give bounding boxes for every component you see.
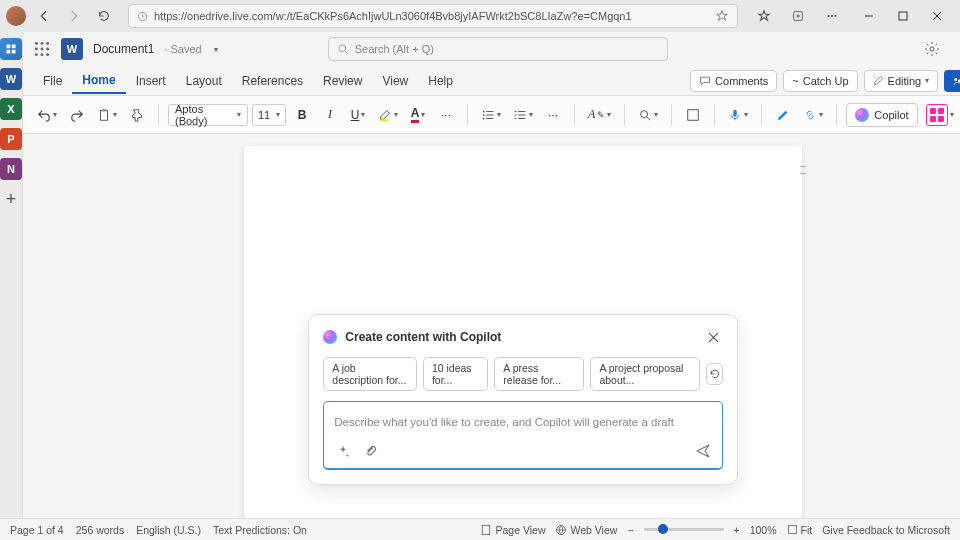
share-button[interactable]: Share▾ [944,70,960,92]
tab-insert[interactable]: Insert [126,69,176,93]
profile-avatar[interactable] [6,6,26,26]
app-header: W Document1 · Saved ▾ Search (Alt + Q) [23,32,960,66]
link-button[interactable]: ▾ [799,103,827,127]
svg-point-18 [46,53,49,56]
status-predictions[interactable]: Text Predictions: On [213,524,307,536]
designer-button[interactable] [681,103,705,127]
find-button[interactable]: ▾ [634,103,662,127]
address-bar[interactable] [128,4,738,28]
zoom-in-button[interactable]: + [734,524,740,536]
app-launcher-icon[interactable] [33,40,51,58]
document-canvas[interactable]: Create content with Copilot A job descri… [23,134,960,518]
svg-point-17 [41,53,44,56]
copilot-close-button[interactable] [703,327,723,347]
siderail-home[interactable] [0,38,22,60]
dictate-button[interactable]: ▾ [724,103,752,127]
underline-button[interactable]: U▾ [346,103,370,127]
page-view-button[interactable]: Page View [480,524,545,536]
italic-button[interactable]: I [318,103,342,127]
copilot-suggestion-2[interactable]: A press release for... [494,357,584,391]
tab-references[interactable]: References [232,69,313,93]
tab-layout[interactable]: Layout [176,69,232,93]
document-name[interactable]: Document1 [93,42,154,56]
search-icon [337,43,349,55]
format-painter-button[interactable] [125,103,149,127]
bullets-button[interactable]: ▾ [477,103,505,127]
copilot-refresh-button[interactable] [706,363,723,385]
tab-review[interactable]: Review [313,69,372,93]
copilot-suggestion-0[interactable]: A job description for... [323,357,417,391]
font-color-button[interactable]: A▾ [406,103,430,127]
view-switch-button[interactable]: ▾ [922,103,958,127]
search-box[interactable]: Search (Alt + Q) [328,37,668,61]
copilot-prompt-input[interactable] [334,416,712,428]
close-button[interactable] [920,0,954,32]
paste-button[interactable]: ▾ [93,103,121,127]
copilot-send-button[interactable] [694,442,712,460]
catchup-button[interactable]: ~Catch Up [783,70,857,92]
zoom-out-button[interactable]: − [627,524,633,536]
maximize-button[interactable] [886,0,920,32]
copilot-suggestion-3[interactable]: A project proposal about... [590,357,700,391]
font-size-select[interactable]: 11▾ [252,104,286,126]
svg-rect-35 [483,525,491,534]
svg-point-14 [41,48,44,51]
tab-home[interactable]: Home [72,68,125,94]
svg-rect-28 [380,119,389,121]
bold-button[interactable]: B [290,103,314,127]
status-page[interactable]: Page 1 of 4 [10,524,64,536]
svg-point-32 [641,110,648,117]
font-more-button[interactable]: ··· [434,103,458,127]
status-words[interactable]: 256 words [76,524,124,536]
svg-point-16 [35,53,38,56]
zoom-level[interactable]: 100% [750,524,777,536]
svg-point-15 [46,48,49,51]
lock-icon [137,11,148,22]
tab-help[interactable]: Help [418,69,463,93]
save-status-dropdown[interactable]: ▾ [214,45,218,54]
refresh-button[interactable] [92,4,116,28]
settings-icon[interactable] [918,35,946,63]
styles-button[interactable]: A✎▾ [584,103,615,127]
numbering-button[interactable]: ▾ [509,103,537,127]
minimize-button[interactable] [852,0,886,32]
comments-button[interactable]: Comments [690,70,777,92]
editor-button[interactable] [771,103,795,127]
copilot-inspire-icon[interactable] [334,442,352,460]
margin-marker [800,166,806,174]
read-aloud-icon[interactable] [715,9,729,23]
tab-file[interactable]: File [33,69,72,93]
favorites-icon[interactable] [750,2,778,30]
siderail-add[interactable]: + [0,188,22,210]
paragraph-more-button[interactable]: ··· [541,103,565,127]
svg-point-4 [834,15,836,17]
tab-view[interactable]: View [372,69,418,93]
highlight-button[interactable]: ▾ [374,103,402,127]
forward-button[interactable] [62,4,86,28]
url-input[interactable] [154,10,709,22]
feedback-link[interactable]: Give Feedback to Microsoft [822,524,950,536]
status-language[interactable]: English (U.S.) [136,524,201,536]
more-icon[interactable] [818,2,846,30]
copilot-suggestion-1[interactable]: 10 ideas for... [423,357,488,391]
font-family-select[interactable]: Aptos (Body)▾ [168,104,248,126]
copilot-create-pane: Create content with Copilot A job descri… [308,314,738,485]
siderail-onenote[interactable]: N [0,158,22,180]
siderail-word[interactable]: W [0,68,22,90]
fit-button[interactable]: Fit [787,524,813,536]
zoom-slider[interactable] [644,528,724,531]
header-more-icon[interactable] [954,35,960,63]
copilot-attach-icon[interactable] [362,442,380,460]
copilot-ribbon-button[interactable]: Copilot [846,103,917,127]
collections-icon[interactable] [784,2,812,30]
back-button[interactable] [32,4,56,28]
svg-point-20 [930,47,934,51]
siderail-excel[interactable]: X [0,98,22,120]
undo-button[interactable]: ▾ [33,103,61,127]
web-view-button[interactable]: Web View [555,524,617,536]
redo-button[interactable] [65,103,89,127]
copilot-input-box[interactable] [323,401,723,470]
siderail-powerpoint[interactable]: P [0,128,22,150]
svg-point-2 [827,15,829,17]
editing-mode-button[interactable]: Editing▾ [864,70,939,92]
